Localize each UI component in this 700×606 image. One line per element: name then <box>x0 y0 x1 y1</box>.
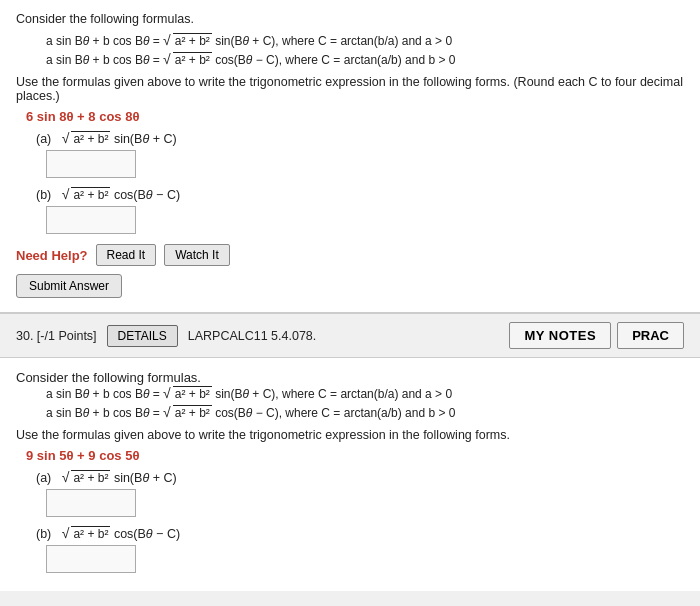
part-b-29: (b) √a² + b² cos(Bθ − C) <box>36 186 684 234</box>
use-formulas-30: Use the formulas given above to write th… <box>16 428 684 442</box>
part-b-label-29: (b) √a² + b² cos(Bθ − C) <box>36 186 684 202</box>
answer-box-b-30[interactable] <box>46 545 136 573</box>
part-b-label-30: (b) √a² + b² cos(Bθ − C) <box>36 525 684 541</box>
answer-box-b-29[interactable] <box>46 206 136 234</box>
prac-button[interactable]: PRAC <box>617 322 684 349</box>
submit-answer-button[interactable]: Submit Answer <box>16 274 122 298</box>
need-help-label: Need Help? <box>16 248 88 263</box>
read-it-button[interactable]: Read It <box>96 244 157 266</box>
problem-30-header-left: 30. [-/1 Points] DETAILS LARPCALC11 5.4.… <box>16 325 316 347</box>
part-a-29: (a) √a² + b² sin(Bθ + C) <box>36 130 684 178</box>
problem-30-formula-2: a sin Bθ + b cos Bθ = √a² + b² cos(Bθ − … <box>46 404 684 420</box>
problem-30-intro: Consider the following formulas. <box>16 370 684 385</box>
problem-30-header-right: MY NOTES PRAC <box>509 322 684 349</box>
problem-30-formula-1: a sin Bθ + b cos Bθ = √a² + b² sin(Bθ + … <box>46 385 684 401</box>
part-b-30: (b) √a² + b² cos(Bθ − C) <box>36 525 684 573</box>
use-formulas-29: Use the formulas given above to write th… <box>16 75 684 103</box>
problem-30-header: 30. [-/1 Points] DETAILS LARPCALC11 5.4.… <box>0 313 700 358</box>
formula-2: a sin Bθ + b cos Bθ = √a² + b² cos(Bθ − … <box>46 51 684 67</box>
watch-it-button[interactable]: Watch It <box>164 244 230 266</box>
problem-29-section: Consider the following formulas. a sin B… <box>0 0 700 313</box>
part-a-label-29: (a) √a² + b² sin(Bθ + C) <box>36 130 684 146</box>
formula-1: a sin Bθ + b cos Bθ = √a² + b² sin(Bθ + … <box>46 32 684 48</box>
details-button[interactable]: DETAILS <box>107 325 178 347</box>
expression-29: 6 sin 8θ + 8 cos 8θ <box>26 109 684 124</box>
need-help-row: Need Help? Read It Watch It <box>16 244 684 266</box>
answer-box-a-29[interactable] <box>46 150 136 178</box>
my-notes-button[interactable]: MY NOTES <box>509 322 611 349</box>
answer-box-a-30[interactable] <box>46 489 136 517</box>
problem-30-points: 30. [-/1 Points] <box>16 329 97 343</box>
part-a-label-30: (a) √a² + b² sin(Bθ + C) <box>36 469 684 485</box>
problem-30-section: Consider the following formulas. a sin B… <box>0 358 700 591</box>
problem-29-intro: Consider the following formulas. <box>16 12 684 26</box>
expression-30: 9 sin 5θ + 9 cos 5θ <box>26 448 684 463</box>
problem-30-code: LARPCALC11 5.4.078. <box>188 329 317 343</box>
part-a-30: (a) √a² + b² sin(Bθ + C) <box>36 469 684 517</box>
